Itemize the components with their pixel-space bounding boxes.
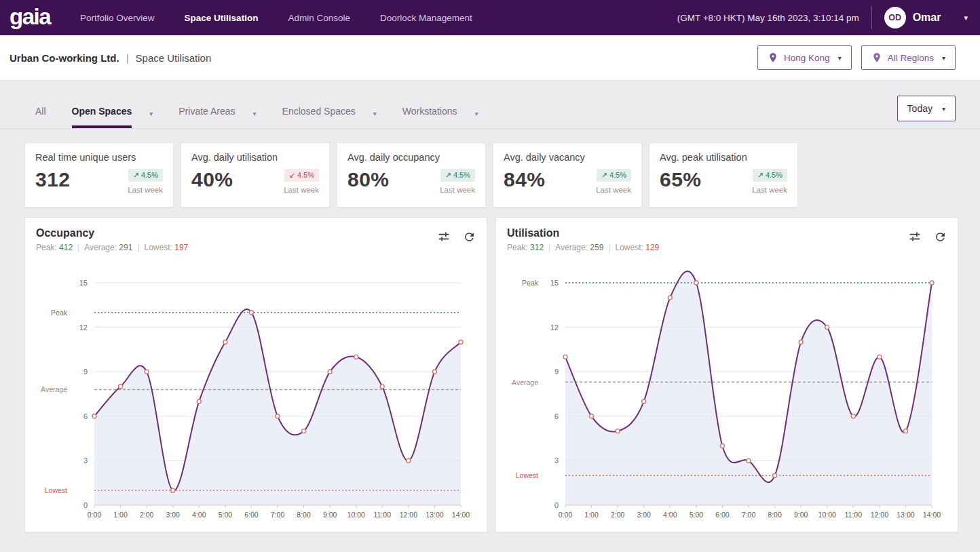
kpi-caption: Last week	[440, 186, 475, 194]
svg-text:0:00: 0:00	[88, 511, 102, 519]
location-select-label: Hong Kong	[784, 53, 830, 63]
chart-filter-sliders-icon[interactable]	[908, 230, 922, 243]
space-type-tabs: AllOpen Spaces▾Private Areas▾Enclosed Sp…	[35, 106, 478, 128]
chart-stats: Peak: 312|Average: 259|Lowest: 129	[507, 243, 659, 252]
kpi-delta-badge-arrow-up-right-icon: ↗ 4.5%	[753, 169, 787, 182]
kpi-title: Real time unique users	[35, 152, 163, 163]
date-range-button[interactable]: Today ▾	[897, 96, 956, 121]
tab-open-spaces[interactable]: Open Spaces▾	[72, 106, 153, 128]
chart-title: Utilisation	[507, 227, 659, 239]
svg-text:3:00: 3:00	[166, 511, 180, 519]
svg-text:10:00: 10:00	[818, 511, 836, 519]
tab-chevron-down-icon[interactable]: ▾	[149, 110, 153, 117]
chart-refresh-icon[interactable]	[934, 231, 947, 243]
svg-text:15: 15	[550, 279, 559, 287]
tab-private-areas[interactable]: Private Areas▾	[178, 106, 256, 128]
svg-text:9:00: 9:00	[323, 511, 337, 519]
tab-enclosed-spaces[interactable]: Enclosed Spaces▾	[282, 106, 377, 128]
kpi-value: 65%	[660, 168, 702, 191]
nav-item-doorlock-management[interactable]: Doorlock Management	[380, 13, 472, 23]
svg-text:1:00: 1:00	[113, 511, 128, 519]
page-title: Space Utilisation	[136, 52, 212, 64]
tab-label: Open Spaces	[72, 106, 132, 128]
chart-filter-sliders-icon[interactable]	[437, 230, 451, 243]
stat-value-lowest: 129	[645, 243, 659, 252]
tab-label: All	[35, 106, 46, 128]
svg-text:10:00: 10:00	[347, 511, 365, 519]
location-select-button[interactable]: Hong Kong ▾	[757, 45, 852, 70]
tab-label: Workstations	[402, 106, 457, 128]
kpi-row: Real time unique users312↗ 4.5%Last week…	[0, 129, 980, 208]
tab-workstations[interactable]: Workstations▾	[402, 106, 478, 128]
chart-title: Occupancy	[36, 227, 188, 239]
chart-refresh-icon[interactable]	[463, 231, 476, 243]
kpi-title: Avg. peak utilisation	[660, 152, 787, 163]
svg-text:13:00: 13:00	[897, 511, 914, 519]
kpi-card-real-time-unique-users: Real time unique users312↗ 4.5%Last week	[24, 142, 174, 208]
svg-text:12:00: 12:00	[400, 511, 417, 519]
kpi-delta-badge-arrow-up-right-icon: ↗ 4.5%	[128, 169, 163, 182]
kpi-title: Avg. daily occupancy	[347, 152, 475, 163]
svg-text:0: 0	[83, 501, 88, 509]
breadcrumb-separator: |	[126, 52, 129, 64]
svg-text:4:00: 4:00	[663, 511, 677, 519]
tab-chevron-down-icon[interactable]: ▾	[373, 110, 377, 117]
chart-card-occupancy: OccupancyPeak: 412|Average: 291|Lowest: …	[24, 217, 487, 532]
gaia-logo: gaia	[10, 5, 50, 28]
kpi-value: 84%	[504, 168, 546, 191]
svg-text:0: 0	[554, 501, 559, 509]
svg-text:14:00: 14:00	[452, 511, 470, 519]
nav-item-portfolio-overview[interactable]: Portfolio Overview	[80, 13, 155, 23]
svg-text:15: 15	[79, 279, 88, 287]
stat-label-peak: Peak:	[507, 243, 528, 252]
kpi-caption: Last week	[596, 186, 631, 194]
kpi-title: Avg. daily utilisation	[191, 152, 319, 163]
main-nav: Portfolio OverviewSpace UtilisationAdmin…	[80, 13, 472, 23]
user-menu-chevron-down-icon[interactable]: ▾	[964, 14, 968, 22]
kpi-value: 80%	[347, 168, 390, 191]
reference-label-average: Average	[41, 385, 67, 393]
svg-text:9: 9	[554, 368, 559, 376]
user-name: Omar	[913, 12, 941, 24]
tab-chevron-down-icon[interactable]: ▾	[253, 110, 257, 117]
svg-text:12: 12	[79, 323, 88, 332]
region-select-label: All Regions	[888, 53, 934, 63]
svg-text:14:00: 14:00	[923, 511, 941, 519]
nav-item-space-utilisation[interactable]: Space Utilisation	[185, 13, 259, 23]
kpi-value: 312	[35, 168, 71, 191]
svg-text:3: 3	[83, 456, 88, 465]
kpi-card-avg-daily-utilisation: Avg. daily utilisation40%↙ 4.5%Last week	[181, 142, 330, 208]
chart-plot-utilisation: 03691215PeakAverageLowest0:001:002:003:0…	[507, 262, 947, 528]
reference-label-average: Average	[512, 378, 538, 387]
svg-text:2:00: 2:00	[611, 511, 625, 519]
stat-value-average: 259	[590, 243, 603, 252]
kpi-caption: Last week	[752, 186, 787, 194]
tab-chevron-down-icon[interactable]: ▾	[474, 110, 478, 117]
region-select-button[interactable]: All Regions ▾	[861, 45, 956, 70]
stat-label-lowest: Lowest:	[616, 243, 643, 252]
svg-text:13:00: 13:00	[426, 511, 443, 519]
svg-text:2:00: 2:00	[140, 511, 154, 519]
svg-text:7:00: 7:00	[271, 511, 285, 519]
svg-text:3:00: 3:00	[637, 511, 651, 519]
svg-text:12:00: 12:00	[871, 511, 888, 519]
svg-text:4:00: 4:00	[192, 511, 206, 519]
location-chevron-down-icon: ▾	[838, 54, 842, 62]
date-range-label: Today	[907, 103, 932, 114]
nav-item-admin-console[interactable]: Admin Console	[288, 13, 350, 23]
svg-text:12: 12	[550, 323, 559, 332]
avatar[interactable]: OD	[884, 7, 906, 28]
tab-all[interactable]: All	[35, 106, 46, 128]
svg-text:11:00: 11:00	[374, 511, 392, 519]
stat-separator: |	[77, 243, 79, 252]
top-navbar: gaia Portfolio OverviewSpace Utilisation…	[0, 0, 980, 35]
stat-separator: |	[548, 243, 550, 252]
svg-text:8:00: 8:00	[297, 511, 311, 519]
kpi-card-avg-peak-utilisation: Avg. peak utilisation65%↗ 4.5%Last week	[649, 142, 798, 208]
stat-value-peak: 312	[530, 243, 544, 252]
stat-label-lowest: Lowest:	[145, 243, 172, 252]
stat-separator: |	[608, 243, 610, 252]
kpi-title: Avg. daily vacancy	[504, 152, 631, 163]
svg-text:9:00: 9:00	[794, 511, 808, 519]
kpi-delta-badge-arrow-up-right-icon: ↗ 4.5%	[597, 169, 631, 182]
